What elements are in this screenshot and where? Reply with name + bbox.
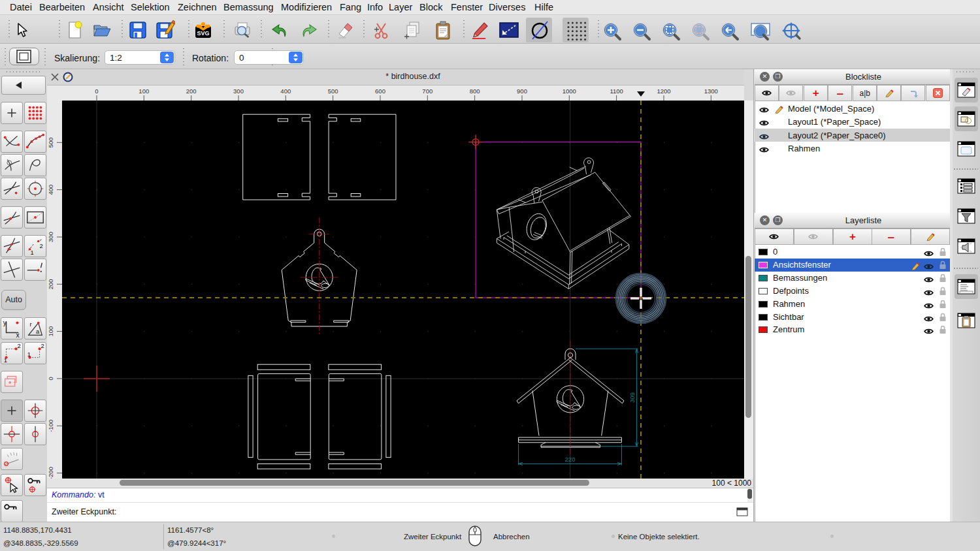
svg-text:309: 309 bbox=[629, 392, 636, 403]
svg-text:800: 800 bbox=[470, 87, 480, 95]
svg-text:1: 1 bbox=[4, 356, 7, 364]
svg-text:400: 400 bbox=[280, 87, 291, 95]
svg-text:1000: 1000 bbox=[563, 87, 576, 95]
svg-text:300: 300 bbox=[233, 87, 244, 95]
svg-text:1100: 1100 bbox=[610, 87, 623, 95]
svg-text:700: 700 bbox=[422, 87, 433, 95]
svg-text:1200: 1200 bbox=[657, 87, 670, 95]
svg-text:x: x bbox=[16, 332, 20, 339]
svg-text:900: 900 bbox=[517, 87, 527, 95]
svg-text:SVG: SVG bbox=[197, 30, 209, 37]
svg-text:0: 0 bbox=[47, 377, 54, 380]
svg-text:-200: -200 bbox=[47, 467, 54, 479]
svg-text:2: 2 bbox=[40, 242, 43, 249]
svg-text:200: 200 bbox=[186, 87, 197, 95]
svg-text:400: 400 bbox=[47, 185, 54, 195]
svg-text:2: 2 bbox=[17, 342, 20, 349]
svg-text:500: 500 bbox=[47, 137, 54, 148]
svg-text:0: 0 bbox=[95, 87, 98, 95]
svg-text:r: r bbox=[30, 321, 32, 328]
svg-text:a: a bbox=[36, 328, 40, 335]
svg-text:100: 100 bbox=[139, 87, 149, 95]
svg-text:1: 1 bbox=[30, 249, 33, 256]
svg-text:1: 1 bbox=[27, 351, 31, 358]
svg-text:y: y bbox=[3, 319, 7, 326]
svg-text:300: 300 bbox=[47, 232, 54, 242]
svg-text:1300: 1300 bbox=[704, 87, 718, 95]
svg-text:-100: -100 bbox=[47, 420, 54, 432]
svg-text:200: 200 bbox=[47, 279, 54, 289]
svg-text:500: 500 bbox=[328, 87, 338, 95]
svg-text:220: 220 bbox=[565, 456, 576, 463]
svg-text:2: 2 bbox=[41, 342, 44, 349]
svg-text:600: 600 bbox=[375, 87, 385, 95]
svg-text:100: 100 bbox=[47, 326, 54, 337]
